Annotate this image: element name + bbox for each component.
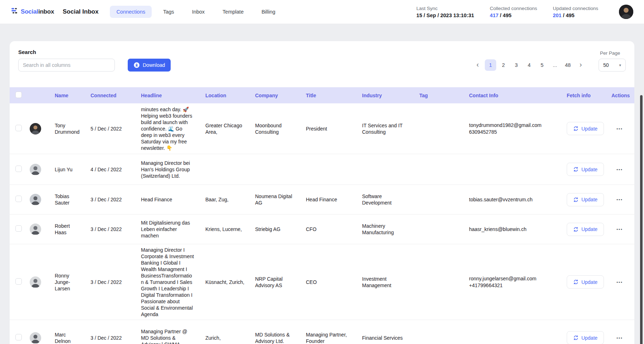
column-connected: Connected	[91, 93, 141, 98]
pagination-prev[interactable]: ‹	[472, 59, 483, 71]
name-cell: Ronny Junge-Larsen	[55, 272, 91, 292]
location-cell: Baar, Zug,	[205, 196, 255, 203]
update-button[interactable]: Update	[567, 122, 604, 135]
row-actions-button[interactable]: •••	[614, 195, 625, 204]
main-content: Search Download ‹ 12345...48 › Per P	[0, 24, 644, 344]
row-actions-button[interactable]: •••	[614, 334, 625, 342]
row-checkbox[interactable]	[15, 225, 22, 232]
refresh-icon	[573, 279, 579, 285]
tab-tags[interactable]: Tags	[157, 6, 181, 18]
update-button[interactable]: Update	[567, 193, 604, 206]
row-actions-button[interactable]: •••	[614, 165, 625, 174]
row-avatar	[30, 223, 41, 235]
search-input[interactable]	[18, 59, 115, 72]
refresh-icon	[573, 126, 579, 131]
row-checkbox[interactable]	[15, 125, 22, 131]
row-checkbox[interactable]	[15, 196, 22, 202]
title-cell: Managing Partner, Founder	[306, 331, 362, 344]
collected-connections-label: Collected connections	[490, 6, 537, 11]
connections-card: Search Download ‹ 12345...48 › Per P	[10, 41, 634, 344]
row-actions-button[interactable]: •••	[614, 225, 625, 234]
logo-wordmark: Socialinbox	[21, 8, 54, 15]
name-cell: Tobias Sauter	[55, 193, 91, 206]
table-body: Tony Drummond 5 / Dec / 2022 minutes eac…	[10, 103, 634, 344]
column-fetch-info: Fetch info	[567, 93, 611, 98]
update-label: Update	[581, 226, 597, 232]
pagination-page-1[interactable]: 1	[485, 59, 496, 71]
pagination-page-3[interactable]: 3	[511, 59, 522, 71]
row-checkbox[interactable]	[15, 334, 22, 340]
headline-cell: Managing Partner @ MD Solutions & Adviso…	[141, 328, 205, 344]
location-cell: Kriens, Lucerne,	[205, 226, 255, 232]
pagination-ellipsis: ...	[549, 59, 561, 71]
location-cell: Küsnacht, Zurich,	[205, 279, 255, 285]
location-cell: Zurich,	[205, 335, 255, 341]
contact-phone: +41799664321	[469, 282, 558, 289]
title-cell: Head Finance	[306, 196, 362, 203]
download-label: Download	[143, 62, 165, 68]
scrollbar-thumb[interactable]	[640, 95, 643, 344]
row-actions-button[interactable]: •••	[614, 124, 625, 133]
row-checkbox[interactable]	[15, 278, 22, 285]
headline-cell: Managing Director I Corporate & Investme…	[141, 247, 205, 318]
last-sync-stat: Last Sync 15 / Sep / 2023 13:10:31	[416, 6, 474, 18]
update-button[interactable]: Update	[567, 275, 604, 289]
pagination-page-5[interactable]: 5	[536, 59, 548, 71]
row-actions-button[interactable]: •••	[614, 278, 625, 286]
name-cell: Marc Delnon	[55, 331, 91, 344]
company-cell: Noumena Digital AG	[255, 193, 306, 206]
pagination-page-48[interactable]: 48	[562, 59, 574, 71]
table-toolbar: Search Download ‹ 12345...48 › Per P	[10, 41, 634, 72]
update-button[interactable]: Update	[567, 163, 604, 176]
headline-cell: Head Finance	[141, 196, 205, 203]
pagination-pages: 12345...48	[485, 59, 574, 71]
industry-cell: Software Development	[362, 193, 419, 206]
update-label: Update	[581, 197, 597, 202]
select-all-checkbox[interactable]	[15, 92, 22, 98]
tab-billing[interactable]: Billing	[255, 6, 282, 18]
title-cell: CEO	[306, 279, 362, 285]
logo-icon	[11, 7, 19, 16]
contact-cell: haasr_kriens@bluewin.ch	[469, 226, 567, 233]
row-avatar	[30, 164, 41, 175]
refresh-icon	[573, 197, 579, 202]
title-cell: CFO	[306, 226, 362, 232]
collected-connections-stat: Collected connections 417 / 495	[490, 6, 537, 18]
table-row: Tony Drummond 5 / Dec / 2022 minutes eac…	[10, 103, 634, 154]
column-location: Location	[205, 93, 255, 98]
row-avatar	[30, 123, 41, 134]
pagination-next[interactable]: ›	[575, 59, 586, 71]
user-avatar[interactable]	[619, 5, 633, 19]
contact-email: ronny.jungelarsen@gmail.com	[469, 275, 558, 282]
table-row: Lijun Yu 4 / Dec / 2022 Managing Directo…	[10, 154, 634, 185]
update-button[interactable]: Update	[567, 331, 604, 344]
refresh-icon	[573, 167, 579, 172]
per-page-label: Per Page	[600, 50, 620, 56]
row-checkbox[interactable]	[15, 166, 22, 172]
row-avatar	[30, 332, 41, 344]
table-header: Name Connected Headline Location Company…	[10, 87, 634, 103]
headline-cell: Managing Director bei Han's Holdings Gro…	[141, 160, 205, 179]
contact-cell: tonydrummond1982@gmail.com 6309452785	[469, 122, 567, 136]
connected-cell: 3 / Dec / 2022	[91, 335, 141, 341]
name-cell: Robert Haas	[55, 223, 91, 236]
collected-connections-value: 417 / 495	[490, 13, 537, 18]
column-name: Name	[55, 93, 91, 98]
tab-connections[interactable]: Connections	[110, 6, 152, 18]
update-label: Update	[581, 335, 597, 341]
last-sync-label: Last Sync	[416, 6, 474, 11]
pagination-page-2[interactable]: 2	[498, 59, 509, 71]
table-row: Robert Haas 3 / Dec / 2022 Mit Digitalis…	[10, 214, 634, 244]
app-logo[interactable]: Socialinbox	[11, 7, 54, 16]
update-button[interactable]: Update	[567, 223, 604, 236]
tab-template[interactable]: Template	[216, 6, 250, 18]
contact-email: tobias.sauter@vvzentrum.ch	[469, 196, 558, 203]
updated-connections-label: Updated connections	[553, 6, 598, 11]
per-page-select[interactable]: 50 ▾	[599, 59, 626, 72]
connected-cell: 4 / Dec / 2022	[91, 166, 141, 173]
location-cell: Greater Chicago Area,	[205, 122, 255, 135]
pagination-page-4[interactable]: 4	[523, 59, 535, 71]
company-cell: NRP Capital Advisory AS	[255, 276, 306, 289]
tab-inbox[interactable]: Inbox	[186, 6, 211, 18]
download-button[interactable]: Download	[128, 59, 171, 72]
